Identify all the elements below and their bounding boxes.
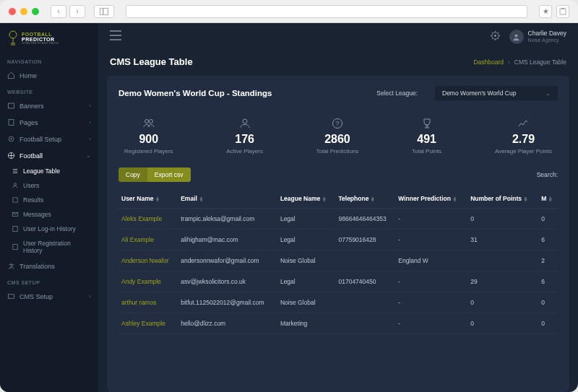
table-row[interactable]: Ali Examplealihigham@mac.comLegal0775901… xyxy=(118,230,558,251)
table-cell: Ali Example xyxy=(118,230,178,251)
sidebar-sub-registration-history[interactable]: User Registration History xyxy=(0,236,98,258)
table-cell: 31 xyxy=(467,230,538,251)
table-cell: 0 xyxy=(538,313,558,334)
sidebar-item-label: CMS Setup xyxy=(20,293,53,300)
table-cell xyxy=(335,251,395,271)
sidebar-item-cms-setup[interactable]: CMS Setup › xyxy=(0,288,98,305)
table-cell: hello@dlizz.com xyxy=(178,313,277,334)
minimize-window-icon[interactable] xyxy=(20,8,27,15)
league-select-dropdown[interactable]: Demo Women's World Cup ⌄ xyxy=(435,86,558,100)
table-cell: - xyxy=(395,292,467,313)
column-header[interactable]: Winner Prediction▲▼ xyxy=(395,189,467,209)
table-cell: - xyxy=(395,271,467,292)
league-select-value: Demo Women's World Cup xyxy=(442,90,516,97)
sidebar-sub-league-table[interactable]: League Table xyxy=(0,164,98,178)
sidebar-sub-label: Messages xyxy=(23,211,51,218)
browser-forward-button[interactable]: › xyxy=(69,5,85,18)
browser-tabs-button[interactable] xyxy=(94,5,114,18)
table-cell xyxy=(467,251,538,271)
chevron-down-icon: ⌄ xyxy=(86,152,91,159)
stat-value: 491 xyxy=(417,133,436,146)
stat-active-players: 176 Active Players xyxy=(226,118,263,154)
table-cell: 2 xyxy=(538,251,558,271)
traffic-lights xyxy=(9,8,39,15)
sidebar-sub-login-history[interactable]: User Log-in History xyxy=(0,222,98,236)
sidebar-item-label: Home xyxy=(20,72,37,79)
sidebar-item-label: Translations xyxy=(20,263,55,270)
sidebar-item-football-setup[interactable]: Football Setup › xyxy=(0,131,98,147)
bookmark-star-icon[interactable]: ★ xyxy=(539,5,552,18)
table-row[interactable]: Ashley Examplehello@dlizz.comMarketing-0… xyxy=(118,313,558,334)
svg-point-19 xyxy=(515,34,518,37)
table-row[interactable]: Aleks Exampletrampic.aleksa@gmail.comLeg… xyxy=(118,209,558,230)
column-header[interactable]: M▲▼ xyxy=(538,189,558,209)
svg-rect-16 xyxy=(8,295,14,299)
svg-rect-2 xyxy=(560,9,566,14)
sidebar-item-translations[interactable]: 文 Translations xyxy=(0,258,98,274)
table-cell: Aleks Example xyxy=(118,209,178,230)
close-window-icon[interactable] xyxy=(9,8,16,15)
settings-button[interactable] xyxy=(490,30,501,44)
column-header[interactable]: League Name▲▼ xyxy=(277,189,336,209)
column-header[interactable]: Telephone▲▼ xyxy=(335,189,395,209)
column-header[interactable]: Email▲▼ xyxy=(178,189,277,209)
chevron-right-icon: › xyxy=(89,136,91,142)
stat-avg-points: 2.79 Average Player Points xyxy=(495,118,552,154)
copy-button[interactable]: Copy xyxy=(118,167,147,182)
table-row[interactable]: Andy Exampleasv@jwksolicitors.co.ukLegal… xyxy=(118,271,558,292)
column-header[interactable]: User Name▲▼ xyxy=(118,189,178,209)
sidebar-item-label: Football Setup xyxy=(20,136,61,143)
table-row[interactable]: Anderson Nwaforandersonnwafor@gmail.comN… xyxy=(118,251,558,271)
export-csv-button[interactable]: Export csv xyxy=(147,167,191,182)
sidebar-sub-results[interactable]: Results xyxy=(0,193,98,207)
sidebar-item-football[interactable]: Football ⌄ xyxy=(0,147,98,164)
stat-value: 176 xyxy=(235,133,254,146)
trend-icon xyxy=(517,118,529,129)
table-row[interactable]: arthur ramosbitfut.1125022012@gmail.comN… xyxy=(118,292,558,313)
table-cell: - xyxy=(395,313,467,334)
results-icon xyxy=(12,196,19,204)
person-icon xyxy=(239,118,251,129)
stat-value: 2860 xyxy=(324,133,350,146)
sidebar-sub-users[interactable]: Users xyxy=(0,178,98,193)
user-menu[interactable]: Charlie Davey Noise Agency xyxy=(509,30,566,44)
table-cell: Legal xyxy=(277,271,336,292)
table-cell: 01704740450 xyxy=(335,271,395,292)
topbar: Charlie Davey Noise Agency xyxy=(98,23,578,51)
stat-label: Active Players xyxy=(226,148,263,154)
svg-rect-1 xyxy=(103,8,108,14)
sidebar-item-banners[interactable]: Banners › xyxy=(0,97,98,114)
football-icon xyxy=(7,152,15,160)
svg-rect-5 xyxy=(8,103,14,108)
table-cell: 0 xyxy=(538,292,558,313)
chevron-right-icon: › xyxy=(89,119,91,126)
maximize-window-icon[interactable] xyxy=(32,8,39,15)
pages-icon xyxy=(7,118,15,126)
table-cell: 0 xyxy=(538,209,558,230)
stat-label: Total Points xyxy=(412,148,441,154)
table-cell: England W xyxy=(395,251,467,271)
hamburger-button[interactable] xyxy=(110,30,121,43)
stat-total-predictions: ? 2860 Total Predictions xyxy=(316,118,359,154)
stat-registered-players: 900 Registered Players xyxy=(124,118,173,154)
column-header[interactable]: Number of Points▲▼ xyxy=(467,189,538,209)
sidebar-item-pages[interactable]: Pages › xyxy=(0,114,98,131)
sidebar-item-home[interactable]: Home xyxy=(0,67,98,84)
stat-label: Registered Players xyxy=(124,148,173,154)
sidebar-sub-messages[interactable]: Messages xyxy=(0,207,98,222)
svg-point-4 xyxy=(9,31,17,38)
browser-back-button[interactable]: ‹ xyxy=(51,5,66,18)
user-icon xyxy=(512,33,520,41)
table-cell: asv@jwksolicitors.co.uk xyxy=(178,271,277,292)
url-bar[interactable] xyxy=(126,5,527,18)
svg-point-21 xyxy=(149,120,152,123)
breadcrumb-dashboard[interactable]: Dashboard xyxy=(473,58,504,66)
history-icon xyxy=(12,225,19,232)
browser-menu-icon[interactable] xyxy=(556,5,569,18)
svg-point-8 xyxy=(10,138,12,139)
table-cell: Noise Global xyxy=(277,251,336,271)
logo[interactable]: FOOTBALL PREDICTOR GOALSMITH AND FAITH xyxy=(0,30,98,53)
table-cell: arthur ramos xyxy=(118,292,178,313)
sidebar-sub-label: User Registration History xyxy=(23,240,91,254)
logo-sub: GOALSMITH AND FAITH xyxy=(22,42,59,45)
